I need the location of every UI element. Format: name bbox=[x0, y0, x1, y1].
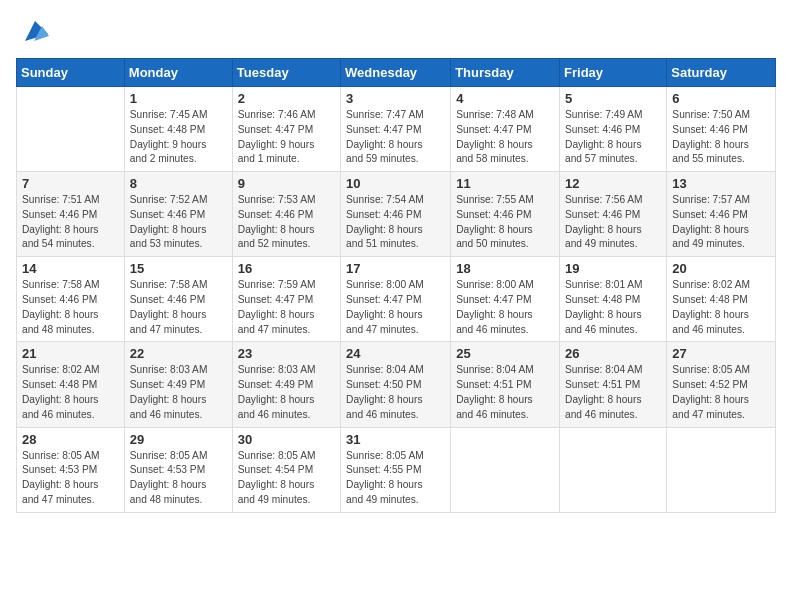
calendar-cell: 3Sunrise: 7:47 AMSunset: 4:47 PMDaylight… bbox=[341, 87, 451, 172]
day-number: 31 bbox=[346, 432, 445, 447]
day-info: Sunrise: 7:53 AMSunset: 4:46 PMDaylight:… bbox=[238, 193, 335, 252]
day-number: 5 bbox=[565, 91, 661, 106]
calendar-cell: 27Sunrise: 8:05 AMSunset: 4:52 PMDayligh… bbox=[667, 342, 776, 427]
calendar-cell: 7Sunrise: 7:51 AMSunset: 4:46 PMDaylight… bbox=[17, 172, 125, 257]
day-info: Sunrise: 7:54 AMSunset: 4:46 PMDaylight:… bbox=[346, 193, 445, 252]
day-info: Sunrise: 7:47 AMSunset: 4:47 PMDaylight:… bbox=[346, 108, 445, 167]
day-number: 2 bbox=[238, 91, 335, 106]
calendar-cell bbox=[451, 427, 560, 512]
day-info: Sunrise: 8:05 AMSunset: 4:54 PMDaylight:… bbox=[238, 449, 335, 508]
calendar-cell: 19Sunrise: 8:01 AMSunset: 4:48 PMDayligh… bbox=[560, 257, 667, 342]
calendar-cell: 26Sunrise: 8:04 AMSunset: 4:51 PMDayligh… bbox=[560, 342, 667, 427]
day-number: 4 bbox=[456, 91, 554, 106]
day-number: 6 bbox=[672, 91, 770, 106]
day-info: Sunrise: 7:48 AMSunset: 4:47 PMDaylight:… bbox=[456, 108, 554, 167]
day-number: 22 bbox=[130, 346, 227, 361]
calendar-cell: 10Sunrise: 7:54 AMSunset: 4:46 PMDayligh… bbox=[341, 172, 451, 257]
calendar-cell: 16Sunrise: 7:59 AMSunset: 4:47 PMDayligh… bbox=[232, 257, 340, 342]
calendar-week-row: 21Sunrise: 8:02 AMSunset: 4:48 PMDayligh… bbox=[17, 342, 776, 427]
calendar-cell: 4Sunrise: 7:48 AMSunset: 4:47 PMDaylight… bbox=[451, 87, 560, 172]
day-info: Sunrise: 8:00 AMSunset: 4:47 PMDaylight:… bbox=[346, 278, 445, 337]
day-info: Sunrise: 8:04 AMSunset: 4:51 PMDaylight:… bbox=[565, 363, 661, 422]
calendar-cell: 2Sunrise: 7:46 AMSunset: 4:47 PMDaylight… bbox=[232, 87, 340, 172]
day-info: Sunrise: 8:03 AMSunset: 4:49 PMDaylight:… bbox=[130, 363, 227, 422]
calendar-header-tuesday: Tuesday bbox=[232, 59, 340, 87]
calendar-header-thursday: Thursday bbox=[451, 59, 560, 87]
calendar-cell bbox=[667, 427, 776, 512]
day-info: Sunrise: 7:46 AMSunset: 4:47 PMDaylight:… bbox=[238, 108, 335, 167]
calendar-cell: 17Sunrise: 8:00 AMSunset: 4:47 PMDayligh… bbox=[341, 257, 451, 342]
calendar-cell: 15Sunrise: 7:58 AMSunset: 4:46 PMDayligh… bbox=[124, 257, 232, 342]
calendar-header-row: SundayMondayTuesdayWednesdayThursdayFrid… bbox=[17, 59, 776, 87]
calendar-cell: 25Sunrise: 8:04 AMSunset: 4:51 PMDayligh… bbox=[451, 342, 560, 427]
day-info: Sunrise: 8:00 AMSunset: 4:47 PMDaylight:… bbox=[456, 278, 554, 337]
day-info: Sunrise: 7:49 AMSunset: 4:46 PMDaylight:… bbox=[565, 108, 661, 167]
calendar-table: SundayMondayTuesdayWednesdayThursdayFrid… bbox=[16, 58, 776, 513]
day-number: 17 bbox=[346, 261, 445, 276]
calendar-cell: 1Sunrise: 7:45 AMSunset: 4:48 PMDaylight… bbox=[124, 87, 232, 172]
day-number: 1 bbox=[130, 91, 227, 106]
day-number: 10 bbox=[346, 176, 445, 191]
calendar-header-sunday: Sunday bbox=[17, 59, 125, 87]
calendar-week-row: 28Sunrise: 8:05 AMSunset: 4:53 PMDayligh… bbox=[17, 427, 776, 512]
day-number: 18 bbox=[456, 261, 554, 276]
day-info: Sunrise: 8:02 AMSunset: 4:48 PMDaylight:… bbox=[22, 363, 119, 422]
day-number: 9 bbox=[238, 176, 335, 191]
day-number: 24 bbox=[346, 346, 445, 361]
day-number: 29 bbox=[130, 432, 227, 447]
day-info: Sunrise: 8:05 AMSunset: 4:53 PMDaylight:… bbox=[22, 449, 119, 508]
logo bbox=[16, 16, 50, 46]
calendar-cell: 30Sunrise: 8:05 AMSunset: 4:54 PMDayligh… bbox=[232, 427, 340, 512]
calendar-week-row: 1Sunrise: 7:45 AMSunset: 4:48 PMDaylight… bbox=[17, 87, 776, 172]
calendar-cell: 31Sunrise: 8:05 AMSunset: 4:55 PMDayligh… bbox=[341, 427, 451, 512]
day-info: Sunrise: 8:05 AMSunset: 4:53 PMDaylight:… bbox=[130, 449, 227, 508]
calendar-cell: 23Sunrise: 8:03 AMSunset: 4:49 PMDayligh… bbox=[232, 342, 340, 427]
day-number: 12 bbox=[565, 176, 661, 191]
day-info: Sunrise: 8:05 AMSunset: 4:55 PMDaylight:… bbox=[346, 449, 445, 508]
calendar-cell: 24Sunrise: 8:04 AMSunset: 4:50 PMDayligh… bbox=[341, 342, 451, 427]
calendar-cell: 5Sunrise: 7:49 AMSunset: 4:46 PMDaylight… bbox=[560, 87, 667, 172]
calendar-cell: 6Sunrise: 7:50 AMSunset: 4:46 PMDaylight… bbox=[667, 87, 776, 172]
calendar-cell: 9Sunrise: 7:53 AMSunset: 4:46 PMDaylight… bbox=[232, 172, 340, 257]
day-info: Sunrise: 7:57 AMSunset: 4:46 PMDaylight:… bbox=[672, 193, 770, 252]
day-number: 8 bbox=[130, 176, 227, 191]
calendar-cell: 20Sunrise: 8:02 AMSunset: 4:48 PMDayligh… bbox=[667, 257, 776, 342]
logo-icon bbox=[20, 16, 50, 46]
calendar-cell: 12Sunrise: 7:56 AMSunset: 4:46 PMDayligh… bbox=[560, 172, 667, 257]
calendar-cell: 21Sunrise: 8:02 AMSunset: 4:48 PMDayligh… bbox=[17, 342, 125, 427]
day-info: Sunrise: 8:04 AMSunset: 4:51 PMDaylight:… bbox=[456, 363, 554, 422]
day-number: 15 bbox=[130, 261, 227, 276]
day-info: Sunrise: 7:59 AMSunset: 4:47 PMDaylight:… bbox=[238, 278, 335, 337]
day-info: Sunrise: 8:02 AMSunset: 4:48 PMDaylight:… bbox=[672, 278, 770, 337]
day-number: 13 bbox=[672, 176, 770, 191]
day-info: Sunrise: 8:01 AMSunset: 4:48 PMDaylight:… bbox=[565, 278, 661, 337]
day-number: 16 bbox=[238, 261, 335, 276]
day-number: 30 bbox=[238, 432, 335, 447]
day-number: 7 bbox=[22, 176, 119, 191]
day-info: Sunrise: 7:55 AMSunset: 4:46 PMDaylight:… bbox=[456, 193, 554, 252]
calendar-cell: 28Sunrise: 8:05 AMSunset: 4:53 PMDayligh… bbox=[17, 427, 125, 512]
day-number: 21 bbox=[22, 346, 119, 361]
calendar-cell bbox=[560, 427, 667, 512]
calendar-header-wednesday: Wednesday bbox=[341, 59, 451, 87]
calendar-cell: 13Sunrise: 7:57 AMSunset: 4:46 PMDayligh… bbox=[667, 172, 776, 257]
day-info: Sunrise: 8:04 AMSunset: 4:50 PMDaylight:… bbox=[346, 363, 445, 422]
calendar-cell: 11Sunrise: 7:55 AMSunset: 4:46 PMDayligh… bbox=[451, 172, 560, 257]
day-info: Sunrise: 7:56 AMSunset: 4:46 PMDaylight:… bbox=[565, 193, 661, 252]
day-number: 26 bbox=[565, 346, 661, 361]
day-info: Sunrise: 7:51 AMSunset: 4:46 PMDaylight:… bbox=[22, 193, 119, 252]
day-info: Sunrise: 7:58 AMSunset: 4:46 PMDaylight:… bbox=[22, 278, 119, 337]
day-number: 11 bbox=[456, 176, 554, 191]
day-info: Sunrise: 7:58 AMSunset: 4:46 PMDaylight:… bbox=[130, 278, 227, 337]
calendar-week-row: 7Sunrise: 7:51 AMSunset: 4:46 PMDaylight… bbox=[17, 172, 776, 257]
calendar-header-monday: Monday bbox=[124, 59, 232, 87]
day-number: 25 bbox=[456, 346, 554, 361]
day-number: 20 bbox=[672, 261, 770, 276]
day-number: 27 bbox=[672, 346, 770, 361]
day-number: 14 bbox=[22, 261, 119, 276]
calendar-cell: 14Sunrise: 7:58 AMSunset: 4:46 PMDayligh… bbox=[17, 257, 125, 342]
page-header bbox=[16, 16, 776, 46]
calendar-cell: 8Sunrise: 7:52 AMSunset: 4:46 PMDaylight… bbox=[124, 172, 232, 257]
calendar-cell: 29Sunrise: 8:05 AMSunset: 4:53 PMDayligh… bbox=[124, 427, 232, 512]
calendar-week-row: 14Sunrise: 7:58 AMSunset: 4:46 PMDayligh… bbox=[17, 257, 776, 342]
